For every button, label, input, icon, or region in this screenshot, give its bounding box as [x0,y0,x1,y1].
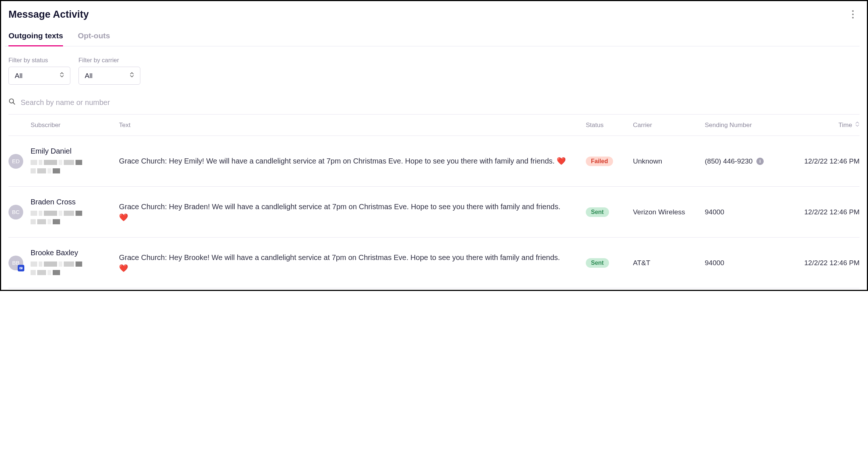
subscriber-redacted-line [31,260,119,268]
status-badge: Sent [586,258,609,268]
sending-number-value: 94000 [705,259,724,267]
filter-status-label: Filter by status [8,57,70,64]
table-row[interactable]: BB Brooke Baxley Grace Church: Hey Brook… [8,238,860,288]
col-header-sending-number[interactable]: Sending Number [705,122,786,129]
filter-carrier-select[interactable]: All [78,67,140,85]
filters: Filter by status All Filter by carrier A… [8,57,860,85]
subscriber-name: Brooke Baxley [31,249,119,257]
svg-rect-5 [20,267,22,269]
tab-outgoing-texts[interactable]: Outgoing texts [8,31,63,46]
filter-status-value: All [15,72,22,80]
info-icon[interactable]: i [756,158,764,165]
more-vertical-icon [852,10,854,19]
message-text: Grace Church: Hey Brooke! We will have a… [119,252,571,274]
subscriber-redacted-line [31,268,119,277]
subscriber-redacted-line [31,158,119,167]
search-row [8,98,860,115]
avatar[interactable]: BC [8,205,23,220]
subscriber-name: Braden Cross [31,198,119,206]
subscriber-name: Emily Daniel [31,147,119,155]
svg-rect-6 [20,267,22,268]
filter-status-select[interactable]: All [8,67,70,85]
sending-number-value: (850) 446-9230 [705,157,753,165]
sending-number-value: 94000 [705,208,724,216]
col-header-time-label: Time [839,122,852,129]
carrier-value: AT&T [633,259,705,267]
carrier-value: Unknown [633,157,705,165]
message-text: Grace Church: Hey Braden! We will have a… [119,201,571,223]
svg-point-0 [852,10,854,12]
message-text: Grace Church: Hey Emily! We will have a … [119,156,571,166]
status-badge: Sent [586,207,609,217]
subscriber-redacted-line [31,167,119,175]
svg-line-4 [13,103,15,105]
time-value: 12/2/22 12:46 PM [786,259,860,267]
status-badge: Failed [586,157,613,166]
page-title: Message Activity [8,9,89,20]
chevron-up-down-icon [130,71,134,80]
subscriber-redacted-line [31,218,119,226]
tab-opt-outs[interactable]: Opt-outs [78,31,110,46]
time-value: 12/2/22 12:46 PM [786,208,860,216]
filter-carrier-group: Filter by carrier All [78,57,140,85]
svg-point-2 [852,17,854,18]
col-header-carrier[interactable]: Carrier [633,122,705,129]
profile-badge-icon [18,265,24,271]
col-header-time[interactable]: Time [786,121,860,129]
col-header-subscriber[interactable]: Subscriber [31,122,119,129]
svg-rect-7 [20,268,21,268]
time-value: 12/2/22 12:46 PM [786,157,860,165]
chevron-up-down-icon [60,71,64,80]
avatar[interactable]: BB [8,256,23,270]
table-header: Subscriber Text Status Carrier Sending N… [8,115,860,136]
sort-icon [855,121,860,129]
app-frame: Message Activity Outgoing texts Opt-outs… [0,0,868,291]
filter-carrier-value: All [85,72,92,80]
carrier-value: Verizon Wireless [633,208,705,216]
col-header-text[interactable]: Text [119,122,586,129]
col-header-status[interactable]: Status [586,122,633,129]
subscriber-redacted-line [31,209,119,218]
filter-status-group: Filter by status All [8,57,70,85]
header: Message Activity [8,8,860,21]
search-input[interactable] [21,98,860,107]
filter-carrier-label: Filter by carrier [78,57,140,64]
tabs: Outgoing texts Opt-outs [5,31,860,46]
svg-point-1 [852,14,854,15]
table-row[interactable]: BC Braden Cross Grace Church: Hey Braden… [8,187,860,238]
table-body: ED Emily Daniel Grace Church: Hey Emily!… [8,136,860,288]
more-menu-button[interactable] [846,8,860,21]
search-icon [8,98,15,107]
table-row[interactable]: ED Emily Daniel Grace Church: Hey Emily!… [8,136,860,187]
avatar[interactable]: ED [8,154,23,169]
